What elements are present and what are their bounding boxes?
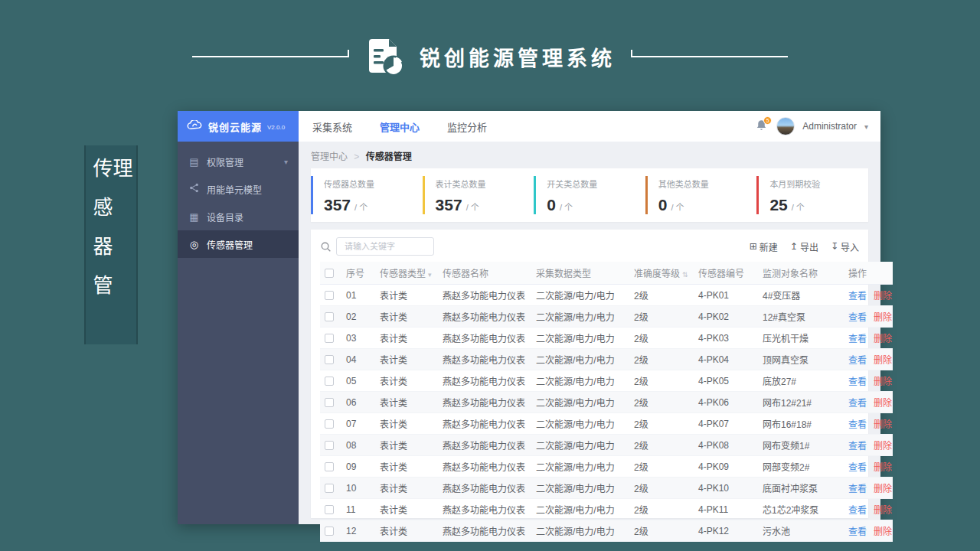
sidebar-item-energy-unit-model[interactable]: 用能单元模型: [178, 175, 299, 203]
row-checkbox[interactable]: [325, 355, 334, 364]
row-checkbox[interactable]: [325, 441, 334, 450]
table-row: 09 表计类 燕赵多功能电力仪表 二次能源/电力/电力 2级 4-PK09 网部…: [320, 456, 893, 478]
create-button[interactable]: ⊞ 新建: [750, 240, 778, 253]
view-link[interactable]: 查看: [848, 419, 867, 430]
cell-data-type: 二次能源/电力/电力: [531, 285, 629, 306]
cell-sensor-type: 表计类: [375, 413, 438, 435]
cell-data-type: 二次能源/电力/电力: [531, 392, 629, 413]
cell-data-type: 二次能源/电力/电力: [531, 499, 629, 520]
delete-link[interactable]: 删除: [874, 419, 892, 430]
cell-target-name: 12#真空泵: [758, 306, 844, 328]
user-name: Administrator: [802, 121, 857, 132]
row-checkbox[interactable]: [325, 462, 334, 471]
cell-target-name: 芯1芯2冲浆泵: [758, 499, 844, 520]
chevron-down-icon: ▾: [284, 158, 288, 166]
tab-management-center[interactable]: 管理中心: [380, 119, 420, 134]
delete-link[interactable]: 删除: [874, 355, 892, 366]
view-link[interactable]: 查看: [848, 441, 867, 452]
view-link[interactable]: 查看: [848, 334, 867, 344]
table-row: 01 表计类 燕赵多功能电力仪表 二次能源/电力/电力 2级 4-PK01 4#…: [320, 285, 893, 306]
pagination: 共1页 第1/1页 每页 15 ▾ 条 ‹ 1 2 3: [320, 542, 859, 551]
view-link[interactable]: 查看: [848, 377, 867, 387]
cell-sensor-code: 4-PK01: [694, 285, 758, 306]
row-checkbox[interactable]: [325, 291, 334, 300]
export-button[interactable]: ↥ 导出: [790, 240, 818, 253]
row-checkbox[interactable]: [325, 527, 334, 536]
table-row: 05 表计类 燕赵多功能电力仪表 二次能源/电力/电力 2级 4-PK05 底放…: [320, 370, 893, 392]
view-link[interactable]: 查看: [848, 355, 867, 366]
breadcrumb-current: 传感器管理: [366, 152, 412, 162]
cell-accuracy: 2级: [629, 349, 694, 370]
cell-no: 05: [341, 370, 375, 392]
sort-icon[interactable]: ⇅: [682, 271, 688, 279]
view-link[interactable]: 查看: [848, 462, 867, 473]
cell-sensor-name: 燕赵多功能电力仪表: [438, 392, 531, 413]
select-all-checkbox[interactable]: [325, 269, 334, 278]
sidebar-item-label: 传感器管理: [207, 238, 253, 251]
sidebar-item-permission[interactable]: ▤ 权限管理 ▾: [178, 148, 299, 175]
sidebar: 锐创云能源 V2.0.0 ▤ 权限管理 ▾: [178, 111, 299, 524]
user-caret-icon[interactable]: ▾: [864, 122, 868, 131]
notification-bell-icon[interactable]: 5: [755, 119, 769, 134]
sidebar-menu: ▤ 权限管理 ▾ 用能单元模型 ▦ 设备目: [178, 142, 299, 258]
delete-link[interactable]: 删除: [874, 398, 892, 409]
delete-link[interactable]: 删除: [874, 462, 892, 473]
cell-data-type: 二次能源/电力/电力: [531, 478, 629, 499]
cell-actions: 查看删除: [844, 435, 893, 456]
share-nodes-icon: [188, 183, 200, 195]
cell-actions: 查看删除: [844, 392, 893, 413]
delete-link[interactable]: 删除: [874, 505, 892, 516]
search-input[interactable]: [336, 237, 434, 256]
side-tab-label: 传感器管理: [91, 158, 131, 344]
notification-badge: 5: [763, 116, 772, 125]
delete-link[interactable]: 删除: [874, 312, 892, 323]
row-checkbox[interactable]: [325, 505, 334, 514]
delete-link[interactable]: 删除: [874, 484, 892, 494]
breadcrumb-parent[interactable]: 管理中心: [311, 152, 348, 162]
row-checkbox[interactable]: [325, 419, 334, 429]
row-checkbox[interactable]: [325, 334, 334, 343]
filter-icon[interactable]: ▾: [428, 271, 432, 279]
delete-link[interactable]: 删除: [874, 334, 892, 344]
delete-link[interactable]: 删除: [874, 291, 892, 302]
row-checkbox[interactable]: [325, 312, 334, 321]
cell-sensor-code: 4-PK03: [694, 328, 758, 349]
cell-sensor-code: 4-PK04: [694, 349, 758, 370]
sidebar-item-device-catalog[interactable]: ▦ 设备目录: [178, 203, 299, 230]
cell-no: 10: [341, 478, 375, 499]
sidebar-item-sensor-management[interactable]: ◎ 传感器管理: [178, 230, 299, 258]
tab-collection-system[interactable]: 采集系统: [312, 119, 352, 134]
delete-link[interactable]: 删除: [874, 441, 892, 452]
stat-switch-total: 开关类总数量 0/ 个: [534, 176, 645, 214]
cell-sensor-name: 燕赵多功能电力仪表: [438, 435, 531, 456]
create-icon: ⊞: [750, 241, 757, 252]
tab-monitoring-analysis[interactable]: 监控分析: [447, 119, 487, 134]
cell-sensor-code: 4-PK11: [694, 499, 758, 520]
import-icon: ↧: [831, 241, 838, 252]
cell-sensor-code: 4-PK12: [694, 520, 758, 542]
row-checkbox[interactable]: [325, 484, 334, 493]
import-button[interactable]: ↧ 导入: [831, 240, 859, 253]
cell-no: 07: [341, 413, 375, 435]
view-link[interactable]: 查看: [848, 312, 867, 323]
cell-actions: 查看删除: [844, 456, 893, 478]
view-link[interactable]: 查看: [848, 291, 867, 302]
banner: 锐创能源管理系统: [0, 29, 980, 84]
cell-accuracy: 2级: [629, 328, 694, 349]
delete-link[interactable]: 删除: [874, 527, 892, 537]
avatar[interactable]: [776, 117, 795, 135]
row-checkbox[interactable]: [325, 398, 334, 407]
view-link[interactable]: 查看: [848, 398, 867, 409]
col-data-type: 采集数据类型: [531, 262, 629, 285]
view-link[interactable]: 查看: [848, 505, 867, 516]
cell-sensor-name: 燕赵多功能电力仪表: [438, 285, 531, 306]
view-link[interactable]: 查看: [848, 484, 867, 494]
table-row: 06 表计类 燕赵多功能电力仪表 二次能源/电力/电力 2级 4-PK06 网布…: [320, 392, 893, 413]
row-checkbox[interactable]: [325, 377, 334, 386]
cell-data-type: 二次能源/电力/电力: [531, 456, 629, 478]
view-link[interactable]: 查看: [848, 527, 867, 537]
table-header: 序号 传感器类型▾ 传感器名称 采集数据类型 准确度等级⇅ 传感器编号 监测对象…: [320, 262, 893, 285]
delete-link[interactable]: 删除: [874, 377, 892, 387]
cell-target-name: 底放27#: [758, 370, 844, 392]
cell-no: 12: [341, 520, 375, 542]
